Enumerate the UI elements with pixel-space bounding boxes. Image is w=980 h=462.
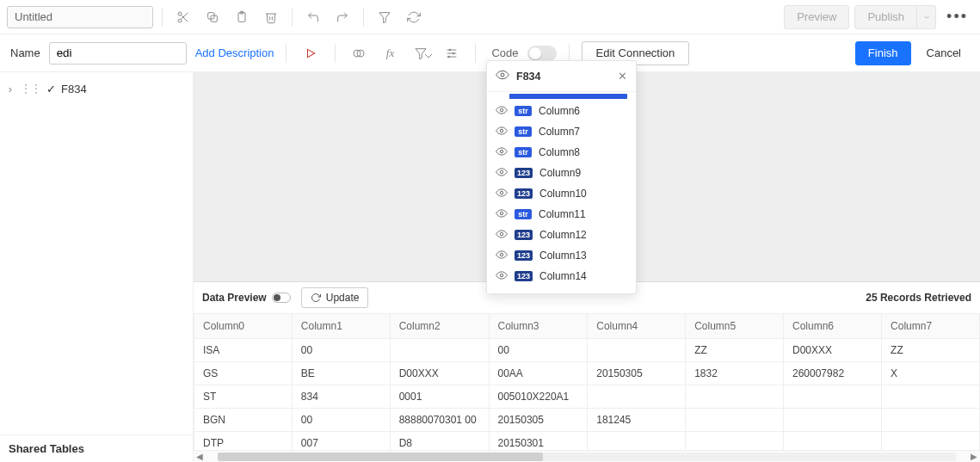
table-cell: 20150305 (489, 408, 588, 431)
preview-toggle[interactable] (272, 293, 291, 303)
eye-icon[interactable] (496, 125, 508, 139)
tree-item-label: F834 (61, 83, 87, 95)
popup-column-row[interactable]: strColumn7 (487, 121, 636, 142)
table-row[interactable]: GSBED00XXX00AA201503051832260007982X (194, 361, 980, 385)
popup-column-row[interactable]: strColumn11 (487, 204, 636, 225)
grid-wrap[interactable]: Column0Column1Column2Column3Column4Colum… (194, 314, 980, 450)
popup-column-label: Column8 (539, 146, 580, 158)
paste-icon[interactable] (230, 5, 254, 29)
more-menu-icon[interactable]: ••• (941, 8, 973, 26)
publish-button[interactable]: Publish (854, 5, 917, 29)
eye-icon[interactable] (496, 228, 508, 243)
table-cell: 00 (292, 408, 390, 431)
table-cell: 1832 (686, 361, 784, 385)
cut-icon[interactable] (171, 5, 195, 29)
eye-icon[interactable] (496, 207, 508, 222)
horizontal-scrollbar[interactable]: ◀ ▶ (194, 450, 980, 462)
shared-tables-header[interactable]: Shared Tables (0, 434, 193, 462)
column-header[interactable]: Column1 (292, 314, 390, 338)
chevron-right-icon: › (5, 83, 15, 95)
type-number-chip: 123 (515, 271, 533, 281)
undo-icon[interactable] (301, 5, 325, 29)
refresh-icon[interactable] (402, 5, 426, 29)
svg-point-27 (500, 253, 503, 256)
redo-icon[interactable] (330, 5, 354, 29)
table-cell (882, 408, 980, 431)
finish-button[interactable]: Finish (855, 41, 911, 65)
popup-column-label: Column11 (539, 208, 586, 220)
column-header[interactable]: Column2 (390, 314, 489, 338)
table-cell: 260007982 (783, 361, 881, 385)
tree-item-f834[interactable]: › ⋮⋮ ✓ F834 (5, 79, 188, 98)
table-cell (783, 385, 881, 408)
popup-column-row[interactable]: 123Column10 (487, 183, 636, 204)
popup-column-label: Column9 (539, 167, 581, 179)
table-cell: 005010X220A1 (489, 385, 588, 408)
scroll-track[interactable] (218, 453, 956, 461)
popup-column-label: Column10 (539, 188, 587, 200)
eye-icon[interactable] (496, 166, 508, 181)
divider (292, 8, 293, 27)
add-description-link[interactable]: Add Description (195, 46, 274, 59)
table-cell: D8 (390, 431, 489, 450)
venn-icon[interactable] (348, 42, 370, 65)
publish-group: Publish (854, 5, 936, 29)
drag-handle-icon[interactable]: ⋮⋮ (21, 83, 41, 94)
popup-column-row[interactable]: 123Column14 (487, 266, 636, 286)
column-header[interactable]: Column7 (882, 314, 980, 338)
scroll-right-arrow[interactable]: ▶ (968, 452, 980, 461)
popup-column-row[interactable]: strColumn6 (487, 101, 636, 121)
scroll-left-arrow[interactable]: ◀ (194, 452, 206, 461)
popup-column-label: Column12 (539, 229, 587, 241)
run-button[interactable] (299, 41, 323, 65)
copy-icon[interactable] (200, 5, 225, 29)
publish-dropdown[interactable] (917, 5, 936, 29)
title-input[interactable] (7, 6, 153, 28)
column-header[interactable]: Column3 (489, 314, 588, 338)
table-cell (588, 385, 686, 408)
eye-icon[interactable] (496, 187, 508, 201)
column-header[interactable]: Column5 (686, 314, 784, 338)
table-cell: ISA (194, 338, 293, 361)
type-number-chip: 123 (515, 188, 533, 199)
svg-point-21 (500, 129, 503, 132)
eye-icon[interactable] (496, 68, 509, 84)
popup-header: F834 ✕ (487, 61, 636, 92)
table-row[interactable]: DTP007D820150301 (194, 431, 980, 450)
close-icon[interactable]: ✕ (618, 70, 627, 83)
eye-icon[interactable] (496, 145, 508, 160)
fx-icon[interactable]: fx (379, 42, 401, 65)
popup-column-row[interactable]: 123Column12 (487, 225, 636, 245)
table-cell: ZZ (882, 338, 980, 361)
popup-column-row[interactable]: 123Column9 (487, 163, 636, 183)
filter-icon[interactable] (373, 5, 397, 29)
popup-column-row[interactable]: 123Column13 (487, 245, 636, 266)
popup-column-label: Column6 (539, 105, 580, 117)
column-header[interactable]: Column4 (588, 314, 686, 338)
scroll-thumb[interactable] (218, 453, 543, 461)
preview-button[interactable]: Preview (784, 5, 849, 29)
name-input[interactable] (49, 42, 187, 65)
table-cell: 00AA (489, 361, 588, 385)
table-cell: DTP (194, 431, 293, 450)
update-button[interactable]: Update (301, 287, 369, 308)
column-header[interactable]: Column6 (783, 314, 881, 338)
table-cell: ZZ (686, 338, 784, 361)
popup-column-row[interactable]: strColumn8 (487, 142, 636, 163)
column-header[interactable]: Column0 (194, 314, 293, 338)
cancel-button[interactable]: Cancel (918, 41, 970, 65)
eye-icon[interactable] (496, 249, 508, 263)
code-toggle[interactable] (527, 46, 557, 61)
table-row[interactable]: ST8340001005010X220A1 (194, 385, 980, 408)
table-cell: 181245 (588, 408, 686, 431)
eye-icon[interactable] (496, 269, 508, 284)
data-grid: Column0Column1Column2Column3Column4Colum… (194, 314, 980, 450)
table-row[interactable]: BGN0088880070301 0020150305181245 (194, 408, 980, 431)
eye-icon[interactable] (496, 104, 508, 119)
table-cell (882, 385, 980, 408)
table-row[interactable]: ISA0000ZZD00XXXZZ (194, 338, 980, 361)
filter-tool-icon[interactable] (410, 42, 432, 65)
settings-sliders-icon[interactable] (441, 42, 463, 65)
delete-icon[interactable] (259, 5, 283, 29)
svg-point-0 (178, 12, 182, 15)
